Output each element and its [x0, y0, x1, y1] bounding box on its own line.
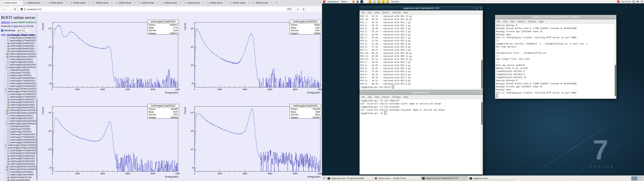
terminal-body[interactable]: Opening dataspy 0dataSpy Shared buffer a… [495, 24, 616, 98]
browser-tab[interactable]: Online server× [92, 0, 114, 5]
browser-tab[interactable]: Online server× [114, 0, 137, 5]
forward-button[interactable]: → [8, 8, 12, 11]
tree-item-lowEnergyExEyDSSD2[interactable]: lowEnergyExEyDSSD2 [0, 58, 36, 60]
monitoring-checkbox[interactable]: ✓ [1, 29, 3, 32]
terminal-titlebar[interactable]: npg@carme-gsi:/TapeData/G22-201–▢✕ [360, 6, 483, 10]
tab-close-icon[interactable]: × [66, 2, 67, 4]
window-icon[interactable] [378, 0, 380, 3]
tree-item-lowEnergyExRate1sDSSD3[interactable]: lowEnergyExRate1sDSSD3 [0, 168, 36, 170]
window-icon[interactable] [382, 0, 384, 3]
taskbar-button[interactable]: npg@carme-gsi:/TapeData/G22-201 [421, 176, 468, 180]
browser-tab[interactable]: Online server× [69, 0, 91, 5]
tab-close-icon[interactable]: × [248, 2, 250, 4]
terminal-scrollbar-thumb[interactable] [615, 65, 616, 96]
shield-icon[interactable] [21, 8, 23, 10]
tree-item-lowEnergyXYDSSD3[interactable]: lowEnergyXYDSSD3 [0, 128, 36, 130]
terminal-titlebar[interactable]: npg@carme-gsi:~/Programs/CARME_Sort/buil… [495, 15, 616, 20]
terminal-window-0[interactable]: npg@carme-gsi:/TapeData/G22-201–▢✕FileEd… [360, 6, 483, 91]
tree-item-lowEnergyExXTotalDSSD2[interactable]: lowEnergyExXTotalDSSD2 [0, 93, 36, 95]
tree-item-lowEnergyEyYRate1sDSSD2[interactable]: lowEnergyEyYRate1sDSSD2 [0, 90, 36, 93]
window-icon[interactable] [373, 0, 376, 3]
tree-item-lowEnergyExTotalDSSD1[interactable]: lowEnergyExTotalDSSD1 [0, 44, 36, 47]
places-menu[interactable]: Places [340, 0, 348, 3]
tree-item-lowEnergyExEyPairDSSD2[interactable]: lowEnergyExEyPairDSSD2 [0, 63, 36, 66]
close-icon[interactable]: ✕ [613, 16, 615, 18]
terminal-scrollbar-thumb[interactable] [481, 60, 482, 89]
tree-item-lowEnergyEyYRateDSSD3[interactable]: lowEnergyEyYRateDSSD3 [0, 141, 36, 144]
menu-file[interactable]: File [497, 20, 500, 23]
workspace-1[interactable] [631, 176, 637, 180]
tree-item-lowEnergyEyYRate1sDSSD1[interactable]: lowEnergyEyYRate1sDSSD1 [0, 34, 36, 36]
tree-item-highEnergyXYDSSD3[interactable]: highEnergyXYDSSD3 [0, 130, 36, 133]
show-desktop-icon[interactable] [323, 177, 326, 180]
tab-close-icon[interactable]: × [202, 2, 204, 4]
tree-item-lowEnergyExRate1sDSSD2[interactable]: lowEnergyExRate1sDSSD2 [0, 112, 36, 114]
tree-item-lowEnergyEyTotalDSSD1[interactable]: lowEnergyEyTotalDSSD1 [0, 42, 36, 44]
firefox-launcher-icon[interactable] [352, 0, 355, 3]
stats-box[interactable]: lowEnergyEyTotalDSSD3Entries501658Mean20… [290, 104, 321, 119]
tree-item-xyMultiplicityDSSD3[interactable]: xyMultiplicityDSSD3 [0, 125, 36, 128]
menu-terminal[interactable]: Terminal [528, 20, 536, 23]
json-link[interactable]: json [14, 25, 18, 27]
applications-menu-icon[interactable] [323, 0, 325, 3]
tree-item-lowEnergyEyYTotalDSSD1[interactable]: lowEnergyEyYTotalDSSD1 [0, 39, 36, 42]
tree-item-lowEnergyEyRate1sDSSD1[interactable]: lowEnergyEyRate1sDSSD1 [0, 52, 36, 55]
tree-item-highEnergyExEyDSSD2[interactable]: highEnergyExEyDSSD2 [0, 60, 36, 63]
maximize-icon[interactable]: ▢ [476, 7, 478, 10]
minimize-icon[interactable]: – [473, 92, 474, 94]
taskbar-button[interactable]: Online server — Mozilla Firefox [374, 176, 420, 180]
browser-tab[interactable]: Online server× [206, 0, 228, 5]
tree-item-lowEnergyEyTotalDSSD2[interactable]: lowEnergyEyTotalDSSD2 [0, 98, 36, 101]
terminal-scrollbar[interactable] [614, 24, 616, 98]
tree-item-lowEnergyExXRateDSSD3[interactable]: lowEnergyExXRateDSSD3 [0, 138, 36, 141]
menu-view[interactable]: View [374, 11, 379, 14]
sidebar-scrollbar-thumb[interactable] [36, 98, 38, 180]
software-update-icon[interactable]: ◆ [617, 0, 620, 3]
tab-close-icon[interactable]: × [225, 2, 227, 4]
tree-item-lowEnergyEyYTotalDSSD2[interactable]: lowEnergyEyYTotalDSSD2 [0, 95, 36, 98]
applications-menu[interactable]: Applications [327, 0, 339, 3]
browser-tab[interactable]: Online server× [0, 0, 23, 5]
jsroot-link[interactable]: JSROOT [1, 21, 10, 24]
tree-item-lowEnergyExEyDSSD3[interactable]: lowEnergyExEyDSSD3 [0, 114, 36, 117]
minimize-icon[interactable]: – [606, 16, 608, 18]
tree-item-lowEnergyExTotalDSSD2[interactable]: lowEnergyExTotalDSSD2 [0, 101, 36, 104]
histogram-pad-lowEnergyEyTotalDSSD1[interactable]: 020004000600080001000010102103104Energy … [180, 13, 322, 97]
tree-item-lowEnergyEyYTotalDSSD3[interactable]: lowEnergyEyYTotalDSSD3 [0, 152, 36, 154]
tree-item-lowEnergyExXTotalDSSD3[interactable]: lowEnergyExXTotalDSSD3 [0, 149, 36, 152]
terminal-window-1[interactable]: npg@carme-gsi:~–▢✕FileEditViewSearchTerm… [360, 90, 483, 175]
browser-tab[interactable]: Online server× [228, 0, 251, 5]
browser-tab[interactable]: Online server× [46, 0, 68, 5]
terminal-scrollbar[interactable] [481, 99, 483, 174]
tree-item-lowEnergyEyRateDSSD1[interactable]: lowEnergyEyRateDSSD1 [0, 47, 36, 50]
browser-tab[interactable]: Online server× [160, 0, 182, 5]
histogram-pad-lowEnergyEyTotalDSSD0[interactable]: 020004000600080001000010102103104Energy … [38, 13, 180, 97]
stats-box[interactable]: lowEnergyEyTotalDSSD1Entries76390Mean225… [290, 20, 321, 34]
menu-search[interactable]: Search [382, 96, 389, 98]
tab-close-icon[interactable]: × [180, 2, 181, 4]
workspace-2[interactable] [637, 176, 643, 180]
tree-item-lowEnergyEyRate1sDSSD3[interactable]: lowEnergyEyRate1sDSSD3 [0, 165, 36, 168]
tree-item-lowEnergyXYRateDSSD2[interactable]: lowEnergyXYRateDSSD2 [0, 76, 36, 79]
page-info-icon[interactable] [24, 8, 26, 10]
browser-tab[interactable]: Online server× [183, 0, 205, 5]
tab-close-icon[interactable]: × [111, 2, 113, 4]
window-icon[interactable] [369, 0, 372, 3]
focused-window-label[interactable]: Terminal [390, 0, 399, 3]
tree-item-lowEnergyEyTotalDSSD3[interactable]: lowEnergyEyTotalDSSD3 [0, 154, 36, 157]
tree-item-deltaCorrelationScaler[interactable]: deltaCorrelationScaler [0, 176, 36, 178]
tab-close-icon[interactable]: × [88, 2, 90, 4]
close-icon[interactable]: ✕ [480, 92, 482, 94]
url-bar[interactable]: localhost:8085 90% [19, 7, 294, 12]
menu-terminal[interactable]: Terminal [392, 11, 400, 14]
tree-item-xyMultiplicityDSSD2[interactable]: xyMultiplicityDSSD2 [0, 68, 36, 71]
tree-item-highEnergyExEyDSSD3[interactable]: highEnergyExEyDSSD3 [0, 117, 36, 120]
terminal-body[interactable]: R52_15: 42.5% -- replaced with R52_15.gz… [360, 15, 483, 90]
menu-edit[interactable]: Edit [503, 20, 507, 23]
maximize-icon[interactable]: ▢ [610, 16, 611, 18]
reload-button[interactable]: ⟳ [13, 8, 17, 11]
tree-item-lowEnergyExEyPairDSSD3[interactable]: lowEnergyExEyPairDSSD3 [0, 120, 36, 122]
menu-file[interactable]: File [361, 11, 365, 14]
tree-item-lowEnergyExTotalDSSD3[interactable]: lowEnergyExTotalDSSD3 [0, 157, 36, 160]
tree-item-lowEnergyExXRateDSSD2[interactable]: lowEnergyExXRateDSSD2 [0, 82, 36, 85]
